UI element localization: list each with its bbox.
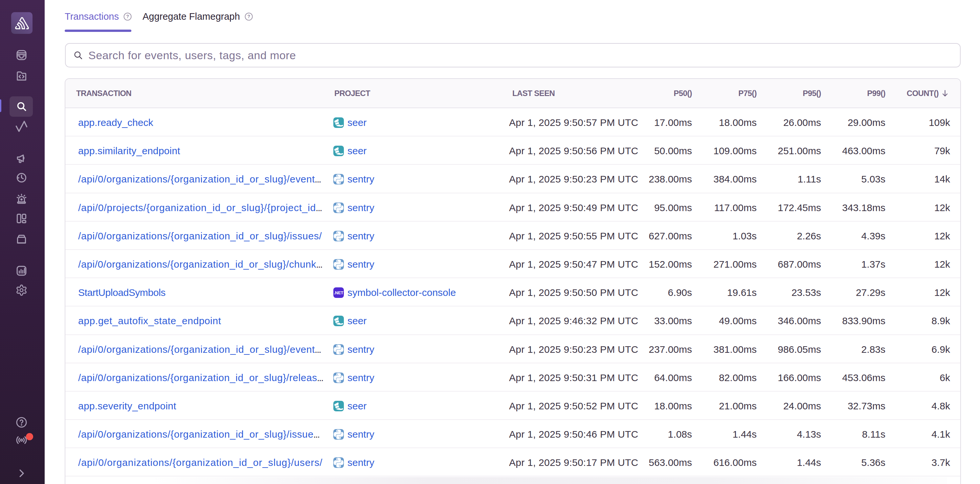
svg-text:?: ?: [126, 14, 129, 19]
svg-text:?: ?: [247, 14, 250, 19]
